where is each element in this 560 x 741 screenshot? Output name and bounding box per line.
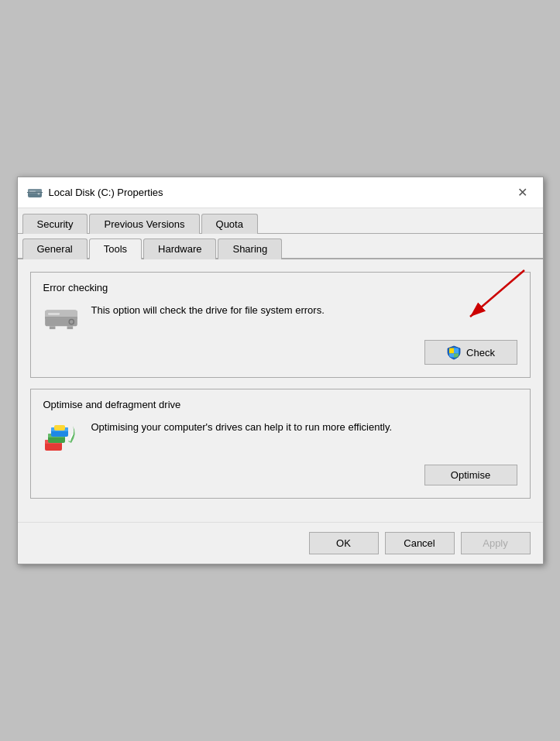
tab-row-1: Security Previous Versions Quota: [18, 208, 543, 234]
properties-window: Local Disk (C:) Properties ✕ Security Pr…: [17, 177, 544, 564]
error-checking-btn-row: Check: [43, 340, 517, 365]
error-checking-title: Error checking: [43, 282, 517, 293]
tab-quota[interactable]: Quota: [201, 214, 258, 234]
optimise-title: Optimise and defragment drive: [43, 399, 517, 410]
svg-rect-14: [449, 348, 454, 354]
optimise-text: Optimising your computer's drives can he…: [91, 420, 517, 435]
optimise-inner: Optimising your computer's drives can he…: [43, 420, 517, 455]
svg-rect-11: [47, 313, 59, 314]
tab-tools[interactable]: Tools: [89, 238, 142, 259]
optimise-btn-row: Optimise: [43, 465, 517, 485]
error-checking-section: Error checking This option will check th…: [30, 272, 531, 378]
footer: OK Cancel Apply: [18, 522, 543, 564]
content-area: Error checking This option will check th…: [18, 259, 543, 522]
apply-button[interactable]: Apply: [461, 532, 531, 554]
error-checking-inner: This option will check the drive for fil…: [43, 303, 517, 331]
optimise-icon: [43, 420, 79, 455]
window-title: Local Disk (C:) Properties: [49, 187, 163, 198]
cancel-button[interactable]: Cancel: [385, 532, 455, 554]
title-bar: Local Disk (C:) Properties ✕: [18, 177, 543, 208]
shield-icon: [446, 345, 462, 360]
svg-rect-8: [45, 317, 77, 319]
harddrive-icon: [27, 185, 43, 201]
tab-general[interactable]: General: [22, 238, 88, 259]
title-bar-left: Local Disk (C:) Properties: [27, 185, 163, 201]
svg-rect-26: [54, 425, 65, 431]
svg-rect-4: [27, 192, 43, 193]
tab-hardware[interactable]: Hardware: [143, 238, 216, 259]
error-checking-text: This option will check the drive for fil…: [91, 303, 517, 318]
close-button[interactable]: ✕: [512, 182, 534, 204]
optimise-section: Optimise and defragment drive: [30, 389, 531, 499]
svg-rect-13: [67, 326, 73, 329]
ok-button[interactable]: OK: [309, 532, 379, 554]
check-button-label: Check: [466, 347, 495, 358]
optimise-button[interactable]: Optimise: [424, 465, 517, 485]
svg-rect-12: [49, 326, 55, 329]
svg-rect-15: [454, 348, 459, 354]
tab-row-2: General Tools Hardware Sharing: [18, 234, 543, 259]
optimise-button-label: Optimise: [451, 469, 490, 481]
drive-icon: [43, 303, 79, 331]
svg-point-10: [69, 320, 73, 324]
svg-rect-5: [28, 189, 31, 192]
tab-sharing[interactable]: Sharing: [218, 238, 282, 259]
check-button[interactable]: Check: [424, 340, 517, 365]
tab-security[interactable]: Security: [22, 214, 88, 234]
tab-previous-versions[interactable]: Previous Versions: [89, 214, 199, 234]
